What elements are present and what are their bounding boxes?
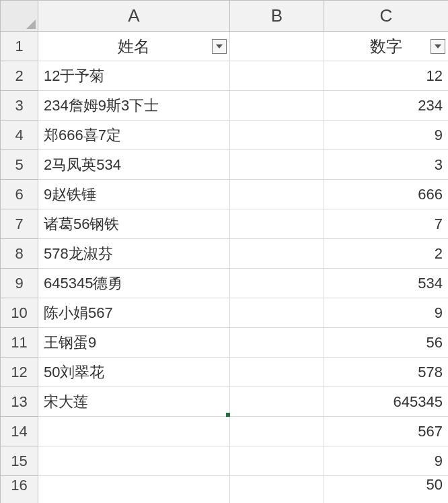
cell-C10[interactable]: 9 — [324, 298, 449, 328]
cell-C9[interactable]: 534 — [324, 269, 449, 298]
cell-C5[interactable]: 3 — [324, 150, 449, 180]
col-header-A[interactable]: A — [38, 1, 230, 32]
cell-C8[interactable]: 2 — [324, 239, 449, 269]
cell-B3[interactable] — [230, 91, 324, 121]
cell-A12[interactable]: 50刘翠花 — [38, 358, 230, 387]
select-all-corner[interactable] — [1, 1, 38, 32]
row-header[interactable]: 7 — [1, 209, 38, 239]
cell-C2[interactable]: 12 — [324, 61, 449, 91]
cell-C6[interactable]: 666 — [324, 180, 449, 209]
cell-A8[interactable]: 578龙淑芬 — [38, 239, 230, 269]
row-15: 15 9 — [1, 446, 449, 476]
row-header[interactable]: 5 — [1, 150, 38, 180]
cell-A5[interactable]: 2马凤英534 — [38, 150, 230, 180]
table-header-number: 数字 — [370, 37, 402, 55]
cell-A7[interactable]: 诸葛56钢铁 — [38, 209, 230, 239]
row-header[interactable]: 10 — [1, 298, 38, 328]
cell-B7[interactable] — [230, 209, 324, 239]
cell-B13[interactable] — [230, 387, 324, 417]
cell-B16[interactable] — [230, 476, 324, 504]
row-header[interactable]: 4 — [1, 121, 38, 150]
cell-A2[interactable]: 12于予菊 — [38, 61, 230, 91]
row-14: 14 567 — [1, 417, 449, 446]
cell-B4[interactable] — [230, 121, 324, 150]
cell-B11[interactable] — [230, 328, 324, 358]
filter-dropdown-icon[interactable] — [431, 39, 445, 54]
row-5: 5 2马凤英534 3 — [1, 150, 449, 180]
col-header-B[interactable]: B — [230, 1, 324, 32]
row-header[interactable]: 16 — [1, 476, 38, 504]
cell-C13[interactable]: 645345 — [324, 387, 449, 417]
cell-C1[interactable]: 数字 — [324, 32, 449, 61]
cell-A10[interactable]: 陈小娟567 — [38, 298, 230, 328]
row-header[interactable]: 1 — [1, 32, 38, 61]
row-header[interactable]: 8 — [1, 239, 38, 269]
cell-C7[interactable]: 7 — [324, 209, 449, 239]
row-9: 9 645345德勇 534 — [1, 269, 449, 298]
cell-B1[interactable] — [230, 32, 324, 61]
row-8: 8 578龙淑芬 2 — [1, 239, 449, 269]
row-13: 13 宋大莲 645345 — [1, 387, 449, 417]
row-header[interactable]: 6 — [1, 180, 38, 209]
cell-B2[interactable] — [230, 61, 324, 91]
cell-A4[interactable]: 郑666喜7定 — [38, 121, 230, 150]
row-header[interactable]: 9 — [1, 269, 38, 298]
row-header[interactable]: 3 — [1, 91, 38, 121]
cell-A6[interactable]: 9赵铁锤 — [38, 180, 230, 209]
cell-A1[interactable]: 姓名 — [38, 32, 230, 61]
cell-C14[interactable]: 567 — [324, 417, 449, 446]
cell-C16[interactable]: 50 — [324, 476, 449, 504]
row-1: 1 姓名 数字 — [1, 32, 449, 61]
cell-A13[interactable]: 宋大莲 — [38, 387, 230, 417]
cell-B5[interactable] — [230, 150, 324, 180]
cell-B15[interactable] — [230, 446, 324, 476]
row-header[interactable]: 12 — [1, 358, 38, 387]
row-11: 11 王钢蛋9 56 — [1, 328, 449, 358]
cell-C12[interactable]: 578 — [324, 358, 449, 387]
row-10: 10 陈小娟567 9 — [1, 298, 449, 328]
table-header-name: 姓名 — [118, 37, 150, 55]
row-3: 3 234詹姆9斯3下士 234 — [1, 91, 449, 121]
row-header[interactable]: 2 — [1, 61, 38, 91]
row-4: 4 郑666喜7定 9 — [1, 121, 449, 150]
col-header-C[interactable]: C — [324, 1, 449, 32]
cell-B14[interactable] — [230, 417, 324, 446]
cell-C3[interactable]: 234 — [324, 91, 449, 121]
cell-A9[interactable]: 645345德勇 — [38, 269, 230, 298]
cell-C15[interactable]: 9 — [324, 446, 449, 476]
row-12: 12 50刘翠花 578 — [1, 358, 449, 387]
cell-A16[interactable] — [38, 476, 230, 504]
cell-A14[interactable] — [38, 417, 230, 446]
row-header[interactable]: 13 — [1, 387, 38, 417]
cell-B10[interactable] — [230, 298, 324, 328]
cell-A3[interactable]: 234詹姆9斯3下士 — [38, 91, 230, 121]
cell-C4[interactable]: 9 — [324, 121, 449, 150]
row-16: 16 50 — [1, 476, 449, 504]
column-header-row: A B C — [1, 1, 449, 32]
row-2: 2 12于予菊 12 — [1, 61, 449, 91]
cell-A15[interactable] — [38, 446, 230, 476]
cell-B9[interactable] — [230, 269, 324, 298]
grid[interactable]: A B C 1 姓名 数字 2 12于予菊 12 3 234詹姆9斯3下士 23… — [0, 0, 448, 503]
cell-B8[interactable] — [230, 239, 324, 269]
cell-A11[interactable]: 王钢蛋9 — [38, 328, 230, 358]
cell-C11[interactable]: 56 — [324, 328, 449, 358]
row-6: 6 9赵铁锤 666 — [1, 180, 449, 209]
cell-B12[interactable] — [230, 358, 324, 387]
spreadsheet[interactable]: A B C 1 姓名 数字 2 12于予菊 12 3 234詹姆9斯3下士 23… — [0, 0, 448, 503]
row-header[interactable]: 14 — [1, 417, 38, 446]
row-header[interactable]: 11 — [1, 328, 38, 358]
cell-B6[interactable] — [230, 180, 324, 209]
filter-dropdown-icon[interactable] — [212, 39, 227, 54]
row-7: 7 诸葛56钢铁 7 — [1, 209, 449, 239]
row-header[interactable]: 15 — [1, 446, 38, 476]
